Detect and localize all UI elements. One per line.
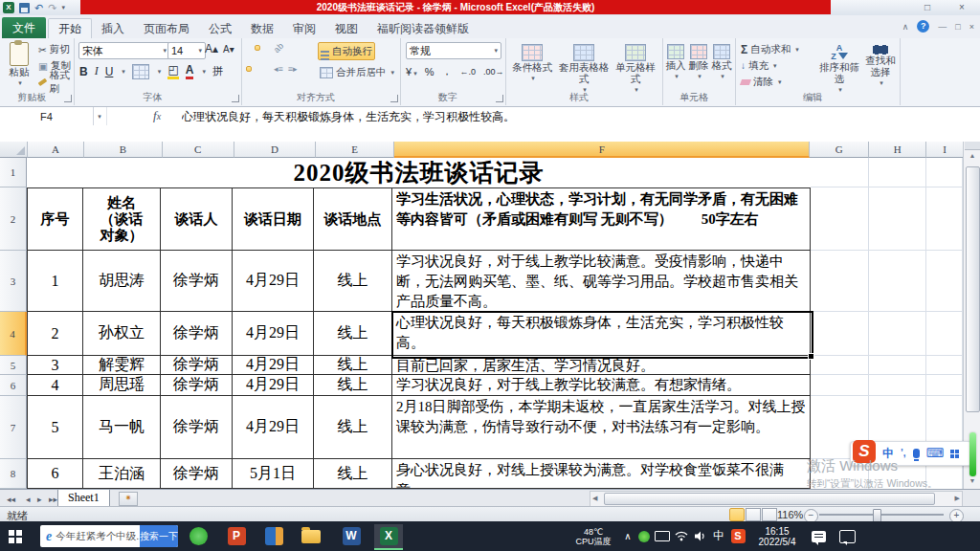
fill-color-icon[interactable]: ◰ [167,63,178,79]
help-icon[interactable]: ? [917,20,929,33]
cell[interactable]: 4 [27,375,83,396]
sort-filter-button[interactable]: AZ 排序和筛选▾ [817,44,861,96]
header-cell-date[interactable]: 谈话日期 [233,187,314,251]
column-header-h[interactable]: H [869,142,926,158]
column-header-d[interactable]: D [234,142,316,158]
cell[interactable]: 线上 [314,251,392,312]
cell[interactable]: 4月29日 [233,396,314,459]
increase-decimal-icon[interactable]: ←.0 [459,67,476,77]
cell[interactable]: 徐学炳 [161,312,233,356]
cell[interactable]: 4月29日 [233,356,314,375]
start-button[interactable] [0,521,38,551]
sogou-punctuation-icon[interactable]: ’, [901,448,906,459]
active-cell-f4[interactable]: 心理状况良好，每天积极锻炼身体，生活充实，学习积极性较高。 [392,312,811,356]
accounting-format-icon[interactable]: ¥▾ [406,66,417,77]
undo-icon[interactable]: ↶ [34,2,43,13]
font-size-combo[interactable]: 14▾ [167,42,206,59]
taskbar-search-text[interactable]: 今年赶紧考个中级... [56,530,140,543]
column-header-i[interactable]: I [926,142,963,158]
tab-file[interactable]: 文件 [2,17,46,38]
tab-data[interactable]: 数据 [241,19,283,39]
normal-view-button[interactable] [729,508,745,521]
first-sheet-icon[interactable]: ◂◂ [4,493,18,504]
dialog-launcher-icon[interactable] [390,95,398,102]
cell[interactable]: 学习状况良好，对于线上教学比较满意。受疫情影响，快递中断，无法网购买笔、墨、纸、… [392,251,811,312]
insert-function-icon[interactable]: fx [153,108,161,123]
formula-input[interactable]: 心理状况良好，每天积极锻炼身体，生活充实，学习积极性较高。 [182,109,974,125]
insert-worksheet-icon[interactable]: ✷ [119,492,138,506]
cell[interactable]: 王泊涵 [83,459,161,489]
cell[interactable]: 徐学炳 [161,251,233,312]
cell[interactable]: 1 [27,251,83,312]
italic-button[interactable]: I [95,64,99,78]
fill-button[interactable]: ↓填充▾ [739,57,801,74]
close-window-button[interactable]: × [951,2,972,13]
decrease-decimal-icon[interactable]: .00→ [483,67,504,77]
cell[interactable]: 马一帆 [83,396,161,459]
grow-font-icon[interactable]: A▴ [205,42,218,55]
volume-icon[interactable] [691,521,710,551]
column-header-c[interactable]: C [163,142,234,158]
cell[interactable]: 目前已回家，居家生活、学习情况良好。 [392,356,811,375]
align-top-icon[interactable] [246,46,250,50]
fill-handle[interactable] [808,353,814,360]
borders-icon[interactable] [132,64,149,79]
cell[interactable]: 线上 [314,375,392,396]
microphone-icon[interactable] [913,449,920,458]
dialog-launcher-icon[interactable] [496,95,503,102]
orientation-icon[interactable]: ab [272,41,285,55]
taskbar-archive-button[interactable] [259,524,288,548]
comma-style-icon[interactable]: ， [441,64,452,78]
row-header[interactable]: 3 [0,251,27,312]
ime-indicator[interactable]: 中 [710,521,727,551]
font-color-icon[interactable]: A [186,63,194,79]
split-handle[interactable] [965,142,980,150]
tab-foxit[interactable]: 福昕阅读器领鲜版 [368,19,479,39]
cell[interactable]: 6 [27,459,83,489]
cut-button[interactable]: ✂剪切 [36,41,74,57]
wifi-icon[interactable] [672,521,691,551]
underline-button[interactable]: U [105,65,114,78]
header-cell-content[interactable]: 学习生活状况，心理状态，学习计划，有无同学矛盾，有无困难等内容皆可（矛盾或困难有… [392,187,811,251]
column-header-g[interactable]: G [810,142,868,158]
cell[interactable]: 胡思涛 [83,251,161,312]
cell[interactable]: 解雯辉 [83,356,161,375]
cpu-temp-widget[interactable]: 48℃ CPU温度 [570,521,616,551]
cell[interactable]: 2月18日脚部受伤，本学期未返校，一直居家生活学习。对线上授课较为满意，伤情导致… [392,396,811,459]
align-right-icon[interactable] [265,67,269,71]
header-cell-name[interactable]: 姓名 （谈话 对象） [83,187,161,251]
conditional-formatting-button[interactable]: 条件格式▾ [508,44,556,84]
cell[interactable]: 徐学炳 [161,396,233,459]
column-header-f[interactable]: F [394,142,810,158]
column-header-a[interactable]: A [28,142,84,158]
vertical-scroll-thumb[interactable] [966,166,980,412]
cell[interactable]: 线上 [314,459,392,489]
tab-view[interactable]: 视图 [325,19,368,39]
page-layout-view-button[interactable] [746,508,761,521]
clear-button[interactable]: 清除▾ [739,74,801,90]
horizontal-scrollbar[interactable]: ◀ ▶ [590,491,963,507]
horizontal-scroll-thumb[interactable] [604,493,935,505]
cell[interactable]: 线上 [314,312,392,356]
name-box-dropdown-icon[interactable]: ▾ [93,107,107,125]
format-as-table-button[interactable]: 套用表格格式▾ [558,44,610,96]
percent-style-icon[interactable]: % [425,66,434,77]
delete-cells-button[interactable]: 删除▾ [687,44,710,82]
collapse-ribbon-icon[interactable]: ∧ [902,22,909,32]
cell[interactable]: 徐学炳 [161,375,233,396]
increase-indent-icon[interactable]: ≡▸ [288,64,298,74]
zoom-slider-track[interactable] [819,514,944,516]
cell[interactable]: 徐学炳 [161,356,233,375]
scroll-left-icon[interactable]: ◀ [592,495,597,502]
tray-messenger-icon[interactable] [806,521,831,551]
action-center-icon[interactable] [835,521,859,551]
cell[interactable]: 身心状况良好，对线上授课较为满意。对学校食堂饭菜不很满意。 [392,459,811,489]
shrink-font-icon[interactable]: A▾ [223,44,234,55]
sheet-tab-sheet1[interactable]: Sheet1 [57,490,110,507]
cell[interactable]: 2 [27,312,83,356]
tab-review[interactable]: 审阅 [283,19,325,39]
workbook-close-icon[interactable]: × [969,22,974,32]
keyboard-icon[interactable]: ⌨ [926,448,945,459]
number-format-combo[interactable]: 常规▾ [406,42,501,59]
cell[interactable]: 5月1日 [233,459,314,489]
